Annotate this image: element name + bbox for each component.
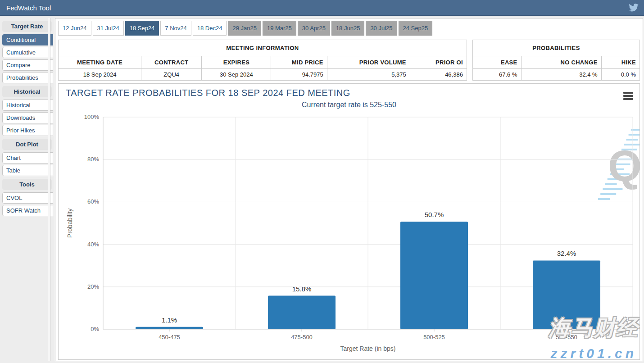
x-axis-title: Target Rate (in bps) [340,345,396,352]
tab-30-jul25[interactable]: 30 Jul25 [366,21,397,36]
chart-title: TARGET RATE PROBABILITIES FOR 18 SEP 202… [66,88,350,98]
meeting-information-table-value-expires: 30 Sep 2024 [202,69,271,81]
tab-24-sep25[interactable]: 24 Sep25 [399,21,433,36]
sidebar-item-downloads[interactable]: Downloads [2,112,53,123]
sidebar-item-probabilities[interactable]: Probabilities [2,72,53,83]
svg-text:Q: Q [608,142,640,190]
sidebar-section-header-target-rate: Target Rate [2,21,52,32]
quikstrike-logo-watermark: Q [598,130,640,199]
watermark-site-name: 海马财经 [549,313,639,342]
meeting-information-table-value-meeting-date: 18 Sep 2024 [59,69,141,81]
x-category-label: 450-475 [159,334,180,340]
app-header: FedWatch Tool [0,0,644,16]
meeting-information-table-col-mid-price: MID PRICE [271,56,327,69]
bar-500-525 [400,222,468,329]
meeting-information-table: MEETING INFORMATIONMEETING DATECONTRACTE… [58,40,467,81]
meeting-information-table-col-prior-oi: PRIOR OI [410,56,467,69]
twitter-icon[interactable] [629,4,639,12]
x-category-label: 475-500 [291,334,313,340]
sidebar-item-chart[interactable]: Chart [2,152,53,163]
probabilities-table-col-hike: HIKE [601,56,639,69]
bar-value-label: 32.4% [557,250,576,257]
probabilities-table-wrap: PROBABILITIESEASENO CHANGEHIKE67.6 %32.4… [472,40,640,81]
tab-30-apr25[interactable]: 30 Apr25 [298,21,330,36]
x-category-label: 500-525 [423,334,445,340]
tab-row: 12 Jun2431 Jul2418 Sep247 Nov2418 Dec242… [58,21,640,36]
probabilities-table-title: PROBABILITIES [472,40,639,56]
chart-subtitle: Current target rate is 525-550 [59,101,639,109]
probabilities-table-col-no-change: NO CHANGE [521,56,601,69]
sidebar-item-prior-hikes[interactable]: Prior Hikes [2,125,53,136]
meeting-information-table-value-prior-oi: 46,386 [410,69,467,81]
sidebar-divider [48,18,50,361]
sidebar-section-header-tools: Tools [2,179,52,190]
meeting-information-table-col-contract: CONTRACT [141,56,202,69]
chart-context-menu-icon[interactable] [623,92,633,101]
svg-text:20%: 20% [87,283,99,290]
sidebar-item-sofr-watch[interactable]: SOFR Watch [2,205,53,216]
y-axis-title: Probability [66,209,73,238]
info-tables-row: MEETING INFORMATIONMEETING DATECONTRACTE… [58,40,640,81]
meeting-information-table-col-prior-volume: PRIOR VOLUME [327,56,410,69]
sidebar-item-conditional[interactable]: Conditional [2,34,53,45]
tab-12-jun24[interactable]: 12 Jun24 [58,21,91,36]
bar-value-label: 1.1% [162,316,177,324]
svg-text:0%: 0% [91,326,99,332]
chart-panel: TARGET RATE PROBABILITIES FOR 18 SEP 202… [58,83,640,360]
tab-18-sep24[interactable]: 18 Sep24 [125,21,159,36]
meeting-information-table-col-expires: EXPIRES [202,56,271,69]
meeting-information-table-value-mid-price: 94.7975 [271,69,327,81]
tab-31-jul24[interactable]: 31 Jul24 [93,21,124,36]
tab-19-mar25[interactable]: 19 Mar25 [263,21,296,36]
probabilities-table-value-ease: 67.6 % [472,69,521,81]
tab-7-nov24[interactable]: 7 Nov24 [160,21,191,36]
svg-text:100%: 100% [84,113,100,120]
main-panel: 12 Jun2431 Jul2418 Sep247 Nov2418 Dec242… [55,18,643,361]
meeting-information-table-value-contract: ZQU4 [141,69,202,81]
svg-text:40%: 40% [87,241,99,248]
sidebar-item-cvol[interactable]: CVOL [2,192,53,204]
watermark-site-url: zzrt01.cn [551,346,637,360]
sidebar-section-header-historical: Historical [2,86,52,97]
bar-value-label: 15.8% [292,285,312,293]
bar-475-500 [268,296,336,329]
meeting-information-table-value-prior-volume: 5,375 [327,69,410,81]
sidebar-section-header-dot-plot: Dot Plot [2,139,52,150]
svg-text:60%: 60% [87,198,99,205]
sidebar-item-compare[interactable]: Compare [2,59,53,71]
tab-18-jun25[interactable]: 18 Jun25 [331,21,365,36]
sidebar-item-table[interactable]: Table [2,165,53,176]
sidebar-item-historical[interactable]: Historical [2,100,53,111]
svg-text:80%: 80% [87,156,99,163]
sidebar-item-cumulative[interactable]: Cumulative [2,47,53,58]
tab-18-dec24[interactable]: 18 Dec24 [193,21,227,36]
meeting-information-table-col-meeting-date: MEETING DATE [59,56,141,69]
meeting-information-table-wrap: MEETING INFORMATIONMEETING DATECONTRACTE… [58,40,467,81]
bar-450-475 [136,327,203,329]
meeting-information-table-title: MEETING INFORMATION [59,40,467,56]
app-title: FedWatch Tool [6,4,51,12]
probabilities-table-value-no-change: 32.4 % [521,69,601,81]
probabilities-table-col-ease: EASE [472,56,521,69]
probabilities-table-value-hike: 0.0 % [601,69,639,81]
bar-value-label: 50.7% [425,211,444,218]
sidebar: Target RateConditionalCumulativeCompareP… [0,18,53,218]
tab-29-jan25[interactable]: 29 Jan25 [228,21,261,36]
probabilities-table: PROBABILITIESEASENO CHANGEHIKE67.6 %32.4… [472,40,640,81]
